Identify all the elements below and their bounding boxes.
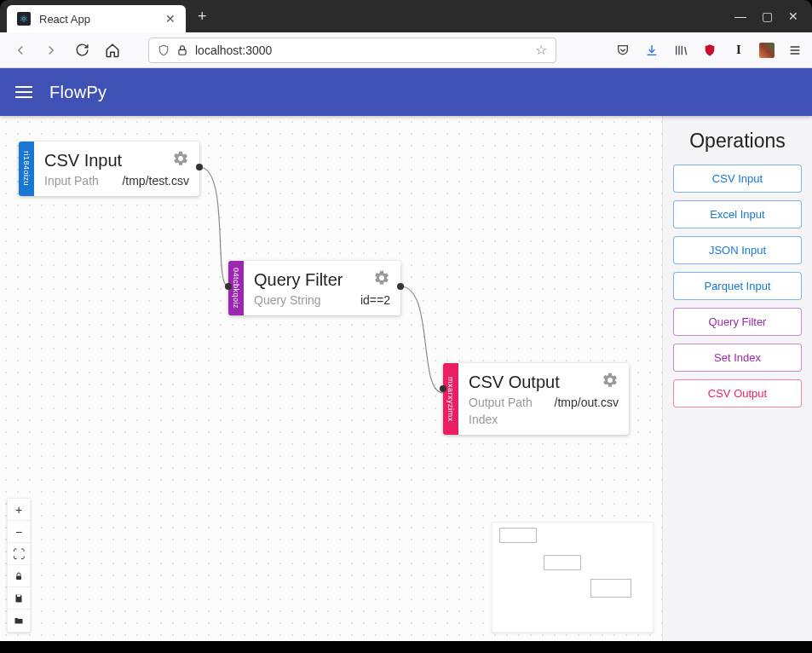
window-minimize-icon[interactable]: —	[734, 9, 746, 23]
save-button[interactable]	[8, 587, 30, 610]
svg-rect-5	[17, 594, 20, 597]
nav-back-icon[interactable]	[9, 38, 32, 62]
gear-icon[interactable]	[602, 372, 619, 392]
svg-rect-0	[179, 49, 186, 55]
node-param-row: Input Path/tmp/test.csv	[44, 174, 189, 188]
zoom-in-button[interactable]: +	[8, 499, 30, 521]
tab-title: React App	[39, 13, 157, 26]
node-id-tag: mxarxyzimx	[443, 363, 458, 435]
input-port[interactable]	[225, 283, 232, 290]
tab-close-icon[interactable]: ✕	[165, 12, 176, 26]
node-id-tag: ri184oizu	[19, 142, 34, 196]
app-header: FlowPy	[0, 68, 812, 116]
gear-icon[interactable]	[172, 150, 189, 170]
flow-node[interactable]: 04tcbkqoizQuery FilterQuery Stringid==2	[228, 261, 400, 315]
operation-button[interactable]: Parquet Input	[673, 272, 802, 300]
node-param-row: Query Stringid==2	[254, 293, 390, 307]
node-id: mxarxyzimx	[446, 377, 455, 422]
operation-button[interactable]: Excel Input	[673, 200, 802, 228]
node-body: CSV OutputOutput Path/tmp/out.csvIndex	[458, 363, 629, 435]
new-tab-button[interactable]: +	[198, 8, 207, 26]
browser-toolbar: localhost:3000 ☆ I	[0, 32, 812, 68]
param-label: Input Path	[44, 174, 99, 188]
nav-forward-icon[interactable]	[39, 38, 63, 62]
output-port[interactable]	[196, 164, 203, 170]
shield-icon	[158, 44, 170, 56]
window-titlebar: ⚛ React App ✕ + — ▢ ✕	[0, 0, 812, 32]
extension-i-icon[interactable]: I	[730, 42, 747, 59]
browser-tab[interactable]: ⚛ React App ✕	[7, 5, 186, 32]
sidebar-title: Operations	[673, 130, 802, 153]
minimap-node	[499, 528, 537, 543]
react-favicon: ⚛	[17, 12, 31, 26]
download-icon[interactable]	[643, 42, 660, 59]
window-maximize-icon[interactable]: ▢	[762, 9, 773, 23]
minimap-node	[544, 555, 581, 570]
param-label: Index	[469, 413, 498, 426]
folder-button[interactable]	[8, 610, 30, 632]
node-body: Query FilterQuery Stringid==2	[244, 261, 400, 315]
node-param-row: Index	[469, 413, 619, 426]
minimap-node	[590, 579, 631, 598]
flow-canvas[interactable]: ri184oizuCSV InputInput Path/tmp/test.cs…	[0, 116, 662, 641]
node-body: CSV InputInput Path/tmp/test.csv	[34, 142, 199, 196]
operations-sidebar: Operations CSV InputExcel InputJSON Inpu…	[662, 116, 812, 641]
menu-icon[interactable]	[15, 86, 32, 98]
operation-button[interactable]: CSV Output	[673, 379, 802, 407]
lock-icon	[176, 44, 188, 56]
url-bar[interactable]: localhost:3000 ☆	[148, 38, 556, 63]
param-value: id==2	[360, 293, 390, 307]
minimap[interactable]	[492, 522, 654, 633]
operation-button[interactable]: Set Index	[673, 344, 802, 372]
app-title: FlowPy	[49, 83, 107, 102]
lock-button[interactable]	[8, 565, 30, 587]
svg-rect-4	[16, 575, 21, 580]
node-title: CSV Input	[44, 151, 122, 170]
node-id: 04tcbkqoiz	[232, 268, 240, 309]
extension-icon[interactable]	[759, 43, 775, 58]
node-title: Query Filter	[254, 270, 343, 290]
flow-node[interactable]: ri184oizuCSV InputInput Path/tmp/test.cs…	[19, 142, 199, 196]
operation-button[interactable]: Query Filter	[673, 308, 802, 336]
window-close-icon[interactable]: ✕	[788, 9, 798, 23]
library-icon[interactable]	[672, 42, 689, 59]
url-text: localhost:3000	[195, 43, 528, 57]
flow-node[interactable]: mxarxyzimxCSV OutputOutput Path/tmp/out.…	[443, 363, 629, 435]
operation-button[interactable]: JSON Input	[673, 236, 802, 264]
fit-view-button[interactable]: ⛶	[8, 543, 30, 565]
node-param-row: Output Path/tmp/out.csv	[469, 396, 619, 409]
nav-reload-icon[interactable]	[70, 38, 94, 62]
node-title: CSV Output	[469, 373, 560, 392]
param-value: /tmp/test.csv	[122, 174, 189, 188]
browser-menu-icon[interactable]	[786, 42, 803, 59]
operation-button[interactable]: CSV Input	[673, 165, 802, 193]
ublock-icon[interactable]	[701, 42, 718, 59]
node-id: ri184oizu	[22, 151, 31, 186]
gear-icon[interactable]	[373, 269, 390, 290]
nav-home-icon[interactable]	[101, 38, 124, 62]
bookmark-star-icon[interactable]: ☆	[535, 42, 547, 58]
pocket-icon[interactable]	[614, 42, 631, 59]
canvas-controls: + − ⛶	[7, 498, 31, 633]
param-label: Output Path	[469, 396, 533, 409]
output-port[interactable]	[397, 283, 404, 290]
param-label: Query String	[254, 293, 321, 307]
param-value: /tmp/out.csv	[555, 396, 619, 409]
zoom-out-button[interactable]: −	[8, 521, 30, 543]
input-port[interactable]	[440, 385, 446, 392]
